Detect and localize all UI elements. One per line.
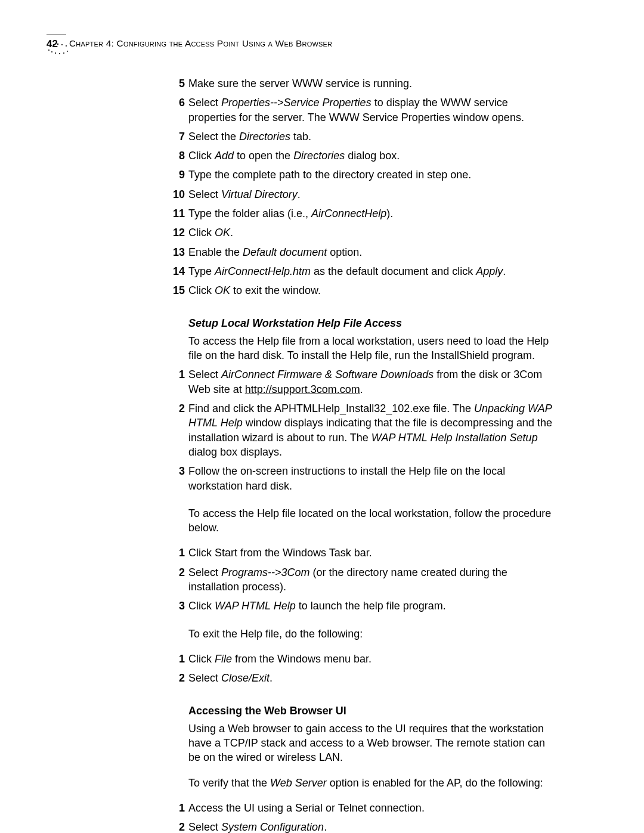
- list-item: Click WAP HTML Help to launch the help f…: [188, 599, 555, 618]
- text-run: Access the UI using a Serial or Telnet c…: [188, 802, 425, 814]
- text-run: dialog box.: [345, 150, 400, 162]
- text-run: Click: [188, 227, 215, 239]
- list-item: Access the UI using a Serial or Telnet c…: [188, 801, 555, 820]
- text-run: Type the folder alias (i.e.,: [188, 208, 311, 219]
- text-run-ital: AirConnectHelp.htm: [215, 265, 311, 277]
- svg-point-7: [55, 52, 56, 54]
- text-run: Click: [188, 284, 215, 296]
- text-run-ital: Directories: [293, 150, 345, 162]
- steps-list-b2: Click Start from the Windows Task bar.Se…: [188, 546, 555, 618]
- text-run: dialog box displays.: [188, 446, 282, 458]
- text-run: Type the complete path to the directory …: [188, 169, 471, 181]
- text-run-ital: WAP HTML Help Installation Setup: [371, 432, 538, 444]
- intro-paragraph: Using a Web browser to gain access to th…: [188, 721, 555, 765]
- list-item: Select Close/Exit.: [188, 671, 555, 690]
- list-item: Select AirConnect Firmware & Software Do…: [188, 367, 555, 401]
- list-item: Make sure the server WWW service is runn…: [188, 76, 555, 95]
- list-item: Select the Directories tab.: [188, 129, 555, 148]
- text-run: Select: [188, 188, 221, 200]
- text-run: option is enabled for the AP, do the fol…: [327, 777, 543, 789]
- subheading-setup-local: Setup Local Workstation Help File Access: [188, 316, 555, 330]
- text-run-ital: Virtual Directory: [221, 188, 298, 200]
- text-run-ital: System Configuration: [221, 821, 324, 833]
- intro-paragraph: To access the Help file located on the l…: [188, 506, 555, 535]
- text-run: Select: [188, 97, 221, 109]
- text-run: Select: [188, 821, 221, 833]
- list-item: Click Start from the Windows Task bar.: [188, 546, 555, 565]
- chapter-title: Chapter 4: Configuring the Access Point …: [69, 35, 332, 50]
- text-run: option.: [327, 246, 362, 258]
- text-run: .: [360, 383, 363, 395]
- text-run-ital: WAP HTML Help: [215, 600, 296, 612]
- steps-list-c: Access the UI using a Serial or Telnet c…: [188, 801, 555, 833]
- text-run-ital: Properties-->Service Properties: [221, 97, 371, 109]
- list-item: Click OK to exit the window.: [188, 283, 555, 302]
- text-run: .: [298, 188, 301, 200]
- steps-list-b1: Select AirConnect Firmware & Software Do…: [188, 367, 555, 497]
- text-run: Follow the on-screen instructions to ins…: [188, 465, 505, 491]
- text-run-ital: Programs-->3Com: [221, 566, 310, 578]
- text-run: ).: [386, 208, 393, 219]
- list-item: Type AirConnectHelp.htm as the default d…: [188, 264, 555, 283]
- text-run: Type: [188, 265, 215, 277]
- text-run: to open the: [234, 150, 293, 162]
- list-item: Click File from the Windows menu bar.: [188, 652, 555, 671]
- text-run: .: [503, 265, 506, 277]
- list-item: Type the complete path to the directory …: [188, 168, 555, 187]
- text-run-ital: AirConnectHelp: [311, 208, 386, 219]
- text-run-ital: Default document: [243, 246, 327, 258]
- text-run: .: [270, 672, 273, 684]
- steps-list-b3: Click File from the Windows menu bar.Sel…: [188, 652, 555, 690]
- text-run: Find and click the APHTMLHelp_Install32_…: [188, 402, 474, 414]
- text-run: from the Windows menu bar.: [232, 653, 371, 665]
- page-number: 42: [47, 35, 66, 51]
- text-run: Click: [188, 653, 215, 665]
- text-run-ital: Directories: [239, 131, 290, 143]
- text-run: .: [230, 227, 233, 239]
- list-item: Enable the Default document option.: [188, 245, 555, 264]
- text-run-ital: Add: [215, 150, 234, 162]
- list-item: Click Add to open the Directories dialog…: [188, 148, 555, 168]
- steps-list-a: Make sure the server WWW service is runn…: [188, 76, 555, 303]
- text-run: Click: [188, 150, 215, 162]
- text-run: Select the: [188, 131, 239, 143]
- text-run: Select: [188, 566, 221, 578]
- list-item: Select Virtual Directory.: [188, 187, 555, 206]
- text-run-ital: Web Server: [270, 777, 327, 789]
- text-run-ital: OK: [215, 284, 230, 296]
- text-run: Select: [188, 672, 221, 684]
- list-item: Type the folder alias (i.e., AirConnectH…: [188, 206, 555, 225]
- text-run: .: [324, 821, 327, 833]
- text-run: to exit the window.: [230, 284, 321, 296]
- svg-point-6: [51, 51, 52, 52]
- intro-paragraph: To verify that the Web Server option is …: [188, 776, 555, 790]
- text-run: Click: [188, 600, 215, 612]
- subheading-accessing-ui: Accessing the Web Browser UI: [188, 704, 555, 718]
- text-run: Make sure the server WWW service is runn…: [188, 78, 412, 89]
- text-run-ital: File: [215, 653, 232, 665]
- text-run-ital: OK: [215, 227, 230, 239]
- svg-point-8: [59, 53, 60, 54]
- intro-paragraph: To access the Help file from a local wor…: [188, 334, 555, 363]
- page: 42 Chapter 4: Configuring the Access Poi…: [0, 0, 644, 833]
- list-item: Select Programs-->3Com (or the directory…: [188, 565, 555, 599]
- text-link[interactable]: http://support.3com.com: [245, 383, 360, 395]
- intro-paragraph: To exit the Help file, do the following:: [188, 627, 555, 641]
- svg-point-9: [63, 52, 64, 54]
- text-run: to launch the help file program.: [296, 600, 446, 612]
- text-run-ital: AirConnect Firmware & Software Downloads: [221, 368, 434, 380]
- text-run: Click Start from the Windows Task bar.: [188, 547, 372, 559]
- content-body: Make sure the server WWW service is runn…: [188, 76, 555, 833]
- text-run: To verify that the: [188, 777, 270, 789]
- text-run-ital: Apply: [476, 265, 503, 277]
- list-item: Click OK.: [188, 225, 555, 244]
- list-item: Select Properties-->Service Properties t…: [188, 95, 555, 129]
- text-run-ital: Close/Exit: [221, 672, 270, 684]
- running-header: 42 Chapter 4: Configuring the Access Poi…: [47, 35, 644, 51]
- list-item: Follow the on-screen instructions to ins…: [188, 464, 555, 498]
- text-run: Enable the: [188, 246, 243, 258]
- text-run: as the default document and click: [311, 265, 476, 277]
- list-item: Select System Configuration.: [188, 820, 555, 833]
- text-run: Select: [188, 368, 221, 380]
- list-item: Find and click the APHTMLHelp_Install32_…: [188, 401, 555, 464]
